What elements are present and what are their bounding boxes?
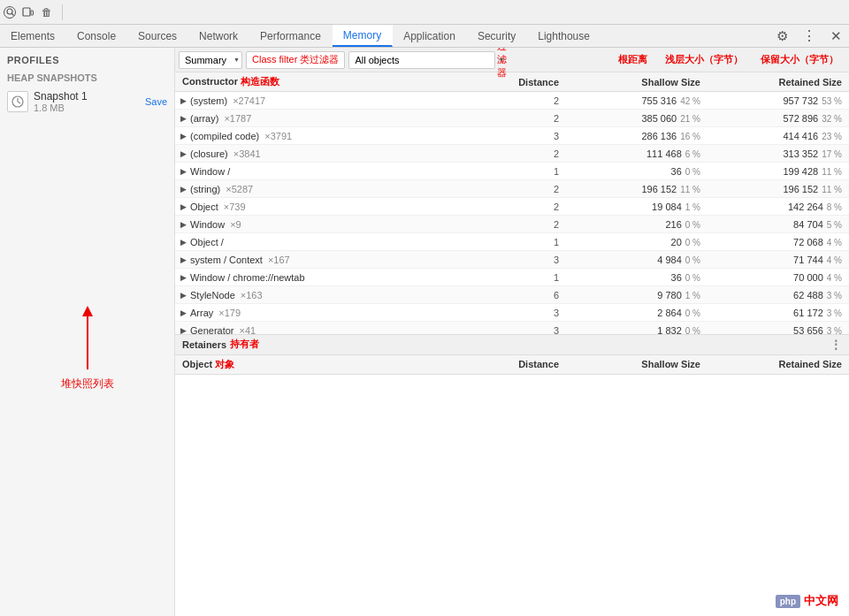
tab-security[interactable]: Security xyxy=(467,25,527,47)
snapshot-name: Snapshot 1 xyxy=(34,90,140,103)
cell-distance: 1 xyxy=(491,237,566,247)
class-filter-button[interactable]: Class filter 类过滤器 xyxy=(246,51,345,69)
constructor-name: Object xyxy=(190,202,218,212)
row-expand-icon[interactable]: ▶ xyxy=(180,326,187,334)
table-row[interactable]: ▶ Window / 1 360 % 199 42811 % xyxy=(175,163,849,180)
tab-lighthouse[interactable]: Lighthouse xyxy=(527,25,601,47)
table-row[interactable]: ▶ StyleNode ×163 6 9 7801 % 62 4883 % xyxy=(175,286,849,304)
cell-distance: 2 xyxy=(491,219,566,230)
table-row[interactable]: ▶ (closure) ×3841 2 111 4686 % 313 35217… xyxy=(175,145,849,163)
row-expand-icon[interactable]: ▶ xyxy=(180,114,187,123)
php-badge: php xyxy=(776,595,800,608)
table-row[interactable]: ▶ (string) ×5287 2 196 15211 % 196 15211… xyxy=(175,180,849,198)
cell-shallow: 111 4686 % xyxy=(566,148,708,159)
table-row[interactable]: ▶ Object ×739 2 19 0841 % 142 2648 % xyxy=(175,198,849,216)
cell-distance: 6 xyxy=(491,290,566,300)
tab-sources[interactable]: Sources xyxy=(127,25,188,47)
cell-shallow: 19 0841 % xyxy=(566,202,708,212)
table-row[interactable]: ▶ Array ×179 3 2 8640 % 61 1723 % xyxy=(175,304,849,322)
col-header-shallow[interactable]: Shallow Size xyxy=(566,77,708,87)
constructor-name: (system) xyxy=(190,95,227,106)
row-expand-icon[interactable]: ▶ xyxy=(180,96,187,105)
tab-console[interactable]: Console xyxy=(66,25,127,47)
cell-constructor: ▶ Object ×739 xyxy=(175,202,491,212)
cell-retained: 72 0684 % xyxy=(708,237,849,247)
table-row[interactable]: ▶ Window ×9 2 2160 % 84 7045 % xyxy=(175,216,849,233)
tab-elements[interactable]: Elements xyxy=(0,25,66,47)
inspect-icon[interactable] xyxy=(4,6,16,19)
tab-performance[interactable]: Performance xyxy=(249,25,333,47)
summary-select-wrapper: Summary xyxy=(179,51,242,69)
constructor-name: (closure) xyxy=(190,148,228,159)
table-row[interactable]: ▶ (array) ×1787 2 385 06021 % 572 89632 … xyxy=(175,110,849,127)
memory-table[interactable]: ▶ (system) ×27417 2 755 31642 % 957 7325… xyxy=(175,92,849,334)
trash-icon[interactable]: 🗑 xyxy=(39,4,55,20)
cell-shallow: 755 31642 % xyxy=(566,95,708,106)
col-header-retained[interactable]: Retained Size xyxy=(708,77,849,87)
constructor-name: system / Context xyxy=(190,255,263,265)
save-button[interactable]: Save xyxy=(145,96,167,107)
cell-constructor: ▶ Generator ×41 xyxy=(175,325,491,334)
cell-shallow: 286 13616 % xyxy=(566,131,708,141)
table-row[interactable]: ▶ (compiled code) ×3791 3 286 13616 % 41… xyxy=(175,127,849,145)
constructor-count: ×5287 xyxy=(226,184,253,194)
row-expand-icon[interactable]: ▶ xyxy=(180,185,187,194)
snapshot-icon xyxy=(7,91,28,112)
constructor-count: ×41 xyxy=(240,325,256,334)
row-expand-icon[interactable]: ▶ xyxy=(180,167,187,176)
cell-constructor: ▶ Array ×179 xyxy=(175,308,491,318)
footer-watermark: php 中文网 xyxy=(776,593,838,609)
column-headers: Constructor 构造函数 Distance Shallow Size R… xyxy=(175,72,849,92)
row-expand-icon[interactable]: ▶ xyxy=(180,238,187,247)
more-options-icon[interactable]: ⋮ xyxy=(795,27,823,44)
row-expand-icon[interactable]: ▶ xyxy=(180,132,187,141)
settings-icon[interactable]: ⚙ xyxy=(769,28,795,44)
table-row[interactable]: ▶ system / Context ×167 3 4 9840 % 71 74… xyxy=(175,251,849,269)
tab-application[interactable]: Application xyxy=(393,25,467,47)
summary-select[interactable]: Summary xyxy=(179,51,242,69)
constructor-count: ×739 xyxy=(224,202,246,212)
main-layout: Profiles HEAP SNAPSHOTS Snapshot 1 1.8 M… xyxy=(0,48,849,616)
row-expand-icon[interactable]: ▶ xyxy=(180,308,187,317)
row-expand-icon[interactable]: ▶ xyxy=(180,149,187,158)
cell-distance: 2 xyxy=(491,113,566,124)
table-row[interactable]: ▶ (system) ×27417 2 755 31642 % 957 7325… xyxy=(175,92,849,110)
row-expand-icon[interactable]: ▶ xyxy=(180,202,187,211)
cell-retained: 84 7045 % xyxy=(708,219,849,230)
sidebar: Profiles HEAP SNAPSHOTS Snapshot 1 1.8 M… xyxy=(0,48,175,616)
cell-shallow: 196 15211 % xyxy=(566,184,708,194)
table-row[interactable]: ▶ Object / 1 200 % 72 0684 % xyxy=(175,233,849,251)
table-row[interactable]: ▶ Generator ×41 3 1 8320 % 53 6563 % xyxy=(175,322,849,334)
retainers-col-retained: Retained Size xyxy=(708,359,849,369)
filter-arrow-icon: ▼ xyxy=(498,57,504,63)
constructor-count: ×3841 xyxy=(233,148,261,159)
row-expand-icon[interactable]: ▶ xyxy=(180,273,187,282)
retainers-col-shallow: Shallow Size xyxy=(566,359,708,369)
svg-rect-2 xyxy=(23,8,30,16)
cell-constructor: ▶ (system) ×27417 xyxy=(175,95,491,106)
device-toggle-icon[interactable] xyxy=(19,4,35,20)
all-objects-filter-input[interactable] xyxy=(348,51,495,69)
row-expand-icon[interactable]: ▶ xyxy=(180,291,187,300)
tab-network[interactable]: Network xyxy=(188,25,249,47)
row-expand-icon[interactable]: ▶ xyxy=(180,255,187,264)
cell-constructor: ▶ (array) ×1787 xyxy=(175,113,491,124)
row-expand-icon[interactable]: ▶ xyxy=(180,220,187,229)
constructor-count: ×27417 xyxy=(233,95,265,106)
devtools-top-bar: 🗑 xyxy=(0,0,849,25)
cell-retained: 196 15211 % xyxy=(708,184,849,194)
col-shallow-label-red: 浅层大小（字节） xyxy=(658,53,750,66)
retainers-body: php 中文网 xyxy=(175,375,849,617)
constructor-count: ×3791 xyxy=(264,131,292,141)
table-row[interactable]: ▶ Window / chrome://newtab 1 360 % 70 00… xyxy=(175,269,849,286)
constructor-name: Object / xyxy=(190,237,224,247)
watermark-site: 中文网 xyxy=(804,593,838,609)
snapshot-item[interactable]: Snapshot 1 1.8 MB Save xyxy=(0,87,174,117)
tab-memory[interactable]: Memory xyxy=(333,25,393,47)
close-icon[interactable]: ✕ xyxy=(823,28,849,44)
constructor-count: ×179 xyxy=(218,308,241,318)
content-toolbar: Summary Class filter 类过滤器 过滤器 ▼ 根距离 浅层大小… xyxy=(175,48,849,72)
svg-line-6 xyxy=(18,102,20,103)
cell-distance: 2 xyxy=(491,184,566,194)
divider-dots[interactable]: ⋮ xyxy=(830,338,849,352)
